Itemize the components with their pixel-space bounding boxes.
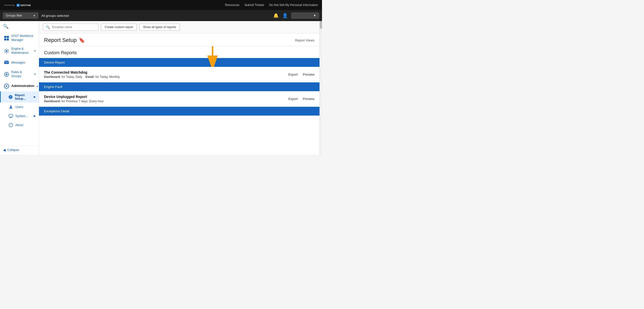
- messages-label: Messages: [11, 61, 36, 65]
- sidebar: 🔍 AT&T Workforce Manager: [0, 21, 39, 154]
- user-account-dropdown[interactable]: ▼: [291, 13, 319, 19]
- system-label: System...: [15, 114, 28, 118]
- administration-chevron-icon: ▴: [36, 84, 38, 88]
- system-icon: [8, 114, 13, 119]
- about-icon: i: [8, 123, 13, 128]
- logo-area: Powered by G GEOTAB: [4, 2, 37, 8]
- report-item-actions-device-unplugged: Export Preview: [288, 97, 314, 101]
- user-profile-icon[interactable]: 👤: [282, 13, 288, 18]
- preview-link-connected-watchdog[interactable]: Preview: [303, 73, 314, 76]
- svg-point-12: [10, 106, 12, 107]
- category-header-exceptions-detail[interactable]: Exceptions Detail: [39, 107, 319, 116]
- email-label: Email:: [86, 75, 95, 79]
- svg-rect-3: [4, 36, 6, 38]
- top-nav-links: Resources Submit Tickets Do Not Sell My …: [225, 3, 318, 7]
- powered-by-text: Powered by: [4, 4, 15, 6]
- svg-text:GEOTAB: GEOTAB: [20, 4, 31, 7]
- sidebar-item-messages[interactable]: Messages: [0, 57, 39, 68]
- dashboard-label: Dashboard:: [44, 75, 61, 79]
- sidebar-item-att-workforce[interactable]: AT&T Workforce Manager: [0, 32, 39, 44]
- svg-point-10: [6, 85, 7, 87]
- all-groups-selected-text: All groups selected: [41, 14, 69, 18]
- report-views-link[interactable]: Report Views: [295, 38, 314, 42]
- page-header: Report Setup 🔖 Report Views: [39, 33, 319, 46]
- report-name-connected-watchdog: The Connected Watchdog: [44, 70, 120, 74]
- resources-link[interactable]: Resources: [225, 3, 239, 7]
- reports-list: Custom Reports Device Report: [39, 46, 319, 154]
- report-item-connected-watchdog: The Connected Watchdog Dashboard: for To…: [39, 67, 319, 82]
- svg-point-7: [6, 50, 7, 52]
- svg-rect-13: [9, 114, 13, 117]
- dashboard-value: for Today, Daily: [62, 75, 82, 79]
- device-report-header-text: Device Report: [44, 61, 65, 64]
- sidebar-item-engine-maintenance[interactable]: Engine & Maintenance ▾: [0, 44, 39, 57]
- preview-link-device-unplugged[interactable]: Preview: [303, 97, 314, 101]
- custom-reports-title: Custom Reports: [39, 46, 319, 58]
- content-area: 🔍 Create custom report Show all types of…: [39, 21, 319, 154]
- svg-rect-8: [4, 61, 9, 64]
- do-not-sell-link[interactable]: Do Not Sell My Personal Information: [269, 3, 318, 7]
- report-setup-chevron-icon: ▶: [34, 95, 36, 98]
- report-meta-device-unplugged: Dashboard: for Previous 7 days, Every ho…: [44, 99, 104, 103]
- submit-tickets-link[interactable]: Submit Tickets: [245, 3, 264, 7]
- user-dropdown-arrow-icon: ▼: [313, 14, 316, 17]
- groups-filter-arrow-icon: ▼: [33, 14, 35, 17]
- page-title-text: Report Setup: [44, 37, 77, 43]
- scrollbar-thumb[interactable]: [320, 21, 322, 29]
- groups-bar: Groups filter ▼ All groups selected 🔔 👤 …: [0, 10, 322, 21]
- att-workforce-icon: [4, 35, 9, 41]
- administration-icon: [4, 83, 9, 89]
- exceptions-detail-header-text: Exceptions Detail: [44, 109, 69, 113]
- groups-filter-button[interactable]: Groups filter ▼: [3, 13, 38, 19]
- export-link-device-unplugged[interactable]: Export: [288, 97, 298, 101]
- rules-groups-icon: [4, 72, 9, 77]
- groups-bar-right: 🔔 👤 ▼: [273, 13, 319, 19]
- sidebar-item-administration[interactable]: Administration ▴: [0, 81, 39, 91]
- report-meta-connected-watchdog: Dashboard: for Today, Daily Email: for T…: [44, 75, 120, 79]
- sidebar-item-rules-groups[interactable]: Rules & Groups ▾: [0, 68, 39, 81]
- engine-maintenance-label: Engine & Maintenance: [11, 47, 32, 55]
- main-layout: 🔍 AT&T Workforce Manager: [0, 21, 322, 154]
- template-search-icon: 🔍: [46, 25, 50, 29]
- report-name-device-unplugged: Device Unplugged Report: [44, 95, 104, 99]
- dashboard-value-unplugged: for Previous 7 days, Every hour: [62, 99, 104, 103]
- users-label: Users: [15, 105, 23, 109]
- sidebar-sub-item-report-setup[interactable]: Report Setup... ▶: [0, 91, 39, 102]
- category-header-engine-fault[interactable]: Engine Fault: [39, 82, 319, 91]
- report-setup-icon: [8, 94, 13, 99]
- bookmark-icon[interactable]: 🔖: [79, 37, 85, 43]
- sidebar-sub-item-users[interactable]: Users: [0, 102, 39, 112]
- svg-text:i: i: [11, 124, 11, 126]
- template-search-input[interactable]: [52, 25, 92, 29]
- report-item-device-unplugged: Device Unplugged Report Dashboard: for P…: [39, 91, 319, 107]
- collapse-label: Collapse: [7, 148, 19, 152]
- collapse-button[interactable]: ◀ Collapse: [0, 145, 39, 154]
- notification-bell-icon[interactable]: 🔔: [273, 13, 279, 18]
- show-all-types-button[interactable]: Show all types of reports: [139, 24, 180, 31]
- about-label: About: [15, 123, 23, 127]
- svg-rect-4: [7, 36, 9, 38]
- report-item-info-connected-watchdog: The Connected Watchdog Dashboard: for To…: [44, 70, 120, 79]
- create-custom-report-button[interactable]: Create custom report: [101, 24, 137, 31]
- export-link-connected-watchdog[interactable]: Export: [288, 73, 298, 76]
- geotab-logo: G GEOTAB: [17, 2, 37, 8]
- scrollbar[interactable]: [319, 21, 322, 154]
- engine-maintenance-chevron-icon: ▾: [34, 49, 36, 53]
- top-bar: Powered by G GEOTAB Resources Submit Tic…: [0, 0, 322, 10]
- administration-label: Administration: [11, 84, 34, 88]
- category-header-device-report[interactable]: Device Report: [39, 58, 319, 67]
- sidebar-sub-item-system[interactable]: System... ▶: [0, 112, 39, 121]
- collapse-chevron-icon: ◀: [3, 148, 6, 152]
- sidebar-sub-item-about[interactable]: i About: [0, 121, 39, 130]
- report-setup-label: Report Setup...: [15, 93, 32, 100]
- report-item-info-device-unplugged: Device Unplugged Report Dashboard: for P…: [44, 95, 104, 103]
- messages-icon: [4, 60, 9, 65]
- page-title: Report Setup 🔖: [44, 37, 85, 43]
- rules-groups-chevron-icon: ▾: [34, 73, 36, 76]
- template-search-box[interactable]: 🔍: [43, 24, 98, 31]
- att-workforce-label: AT&T Workforce Manager: [11, 34, 36, 42]
- content-toolbar: 🔍 Create custom report Show all types of…: [39, 21, 319, 33]
- sidebar-search-button[interactable]: 🔍: [3, 24, 9, 29]
- svg-rect-5: [4, 38, 6, 40]
- dashboard-label-unplugged: Dashboard:: [44, 99, 61, 103]
